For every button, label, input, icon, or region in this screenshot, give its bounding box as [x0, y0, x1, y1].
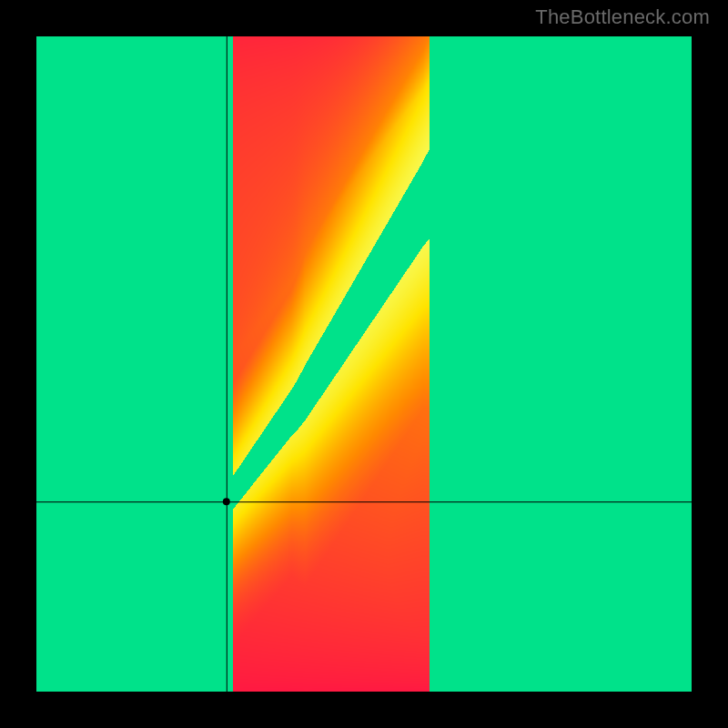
watermark-text: TheBottleneck.com — [535, 5, 710, 29]
heatmap-plot — [36, 36, 692, 692]
heatmap-canvas — [36, 36, 692, 692]
